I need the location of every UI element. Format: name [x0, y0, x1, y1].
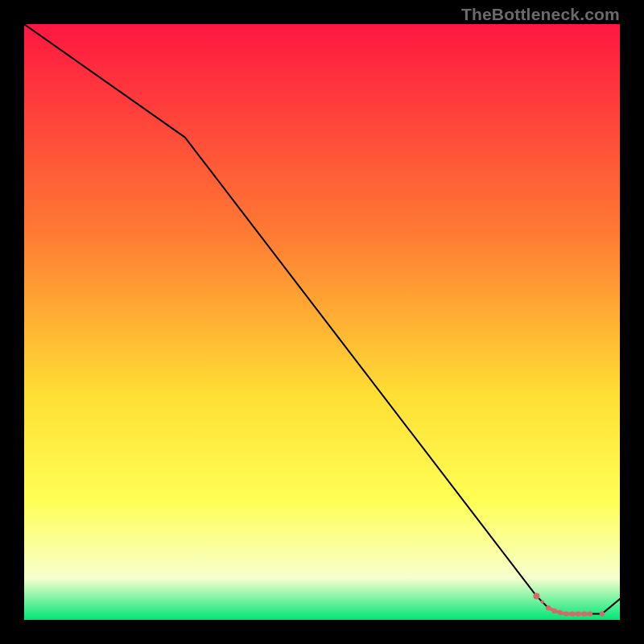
marker-dash — [555, 610, 559, 613]
marker-dot — [533, 592, 539, 599]
marker-dash — [573, 612, 576, 615]
watermark-text: TheBottleneck.com — [461, 5, 620, 24]
bottleneck-curve — [24, 24, 620, 614]
line-layer — [24, 24, 620, 620]
marker-dash — [541, 601, 544, 604]
marker-dash — [585, 612, 588, 615]
plot-area — [24, 24, 620, 620]
marker-dash — [562, 612, 565, 615]
chart-frame: TheBottleneck.com — [0, 0, 644, 644]
marker-dot — [600, 611, 605, 616]
marker-dash — [568, 612, 571, 615]
marker-dash — [580, 612, 583, 615]
marker-dash — [550, 608, 553, 611]
